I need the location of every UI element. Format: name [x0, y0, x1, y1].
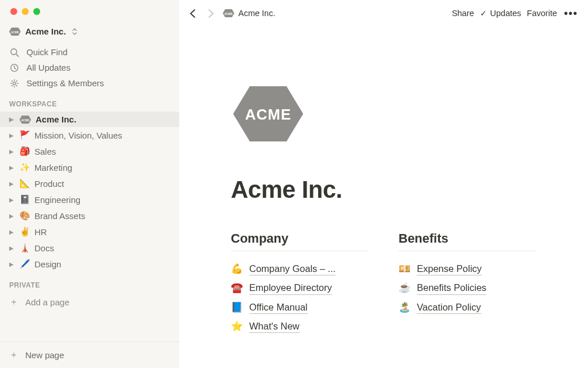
disclosure-triangle-icon[interactable]: ▶: [9, 245, 15, 251]
topbar: ACME Acme Inc. Share ✓ Updates Favorite …: [179, 0, 588, 26]
page-label: Product: [34, 179, 64, 189]
page-label: HR: [34, 227, 47, 237]
link-label: Office Manual: [249, 301, 308, 314]
new-page-label: New page: [25, 350, 64, 360]
disclosure-triangle-icon[interactable]: ▶: [9, 148, 15, 155]
sidebar-page-item[interactable]: ▶🚩Mission, Vision, Values: [0, 127, 179, 143]
content-column: Company💪Company Goals – ...☎️Employee Di…: [231, 231, 369, 336]
gear-icon: [9, 79, 20, 88]
updates-button[interactable]: ✓ Updates: [480, 9, 521, 18]
new-page-button[interactable]: ＋ New page: [0, 342, 179, 368]
plus-icon: ＋: [9, 296, 18, 308]
chevron-updown-icon: [72, 28, 78, 36]
favorite-button[interactable]: Favorite: [527, 9, 557, 18]
disclosure-triangle-icon[interactable]: ▶: [9, 116, 15, 122]
sidebar-page-item[interactable]: ▶🎨Brand Assets: [0, 208, 179, 224]
page-emoji-icon: 🗼: [20, 243, 30, 253]
link-label: Vacation Policy: [417, 301, 481, 314]
page-label: Marketing: [34, 163, 72, 172]
page-label: Mission, Vision, Values: [34, 131, 122, 140]
page-emoji-icon: 🎨: [20, 210, 30, 221]
page-label: Brand Assets: [34, 211, 85, 221]
workspace-section-label: WORKSPACE: [0, 91, 179, 112]
content-column: Benefits💴Expense Policy☕Benefits Policie…: [399, 231, 536, 336]
page-link[interactable]: ☎️Employee Directory: [231, 278, 369, 297]
svg-text:ACME: ACME: [21, 118, 30, 121]
workspace-switcher[interactable]: ACME Acme Inc.: [0, 25, 179, 44]
window-close-button[interactable]: [10, 8, 17, 15]
svg-point-5: [13, 82, 16, 84]
link-emoji-icon: 📘: [231, 301, 243, 313]
disclosure-triangle-icon[interactable]: ▶: [9, 213, 15, 219]
disclosure-triangle-icon[interactable]: ▶: [9, 197, 15, 203]
workspace-icon: ACME: [9, 28, 21, 36]
window-minimize-button[interactable]: [22, 8, 29, 15]
nav-back-button[interactable]: [188, 9, 200, 18]
page-icon[interactable]: ACME: [231, 84, 536, 144]
disclosure-triangle-icon[interactable]: ▶: [9, 229, 15, 235]
link-label: Expense Policy: [417, 262, 482, 275]
content-columns: Company💪Company Goals – ...☎️Employee Di…: [231, 231, 536, 336]
sidebar-page-item[interactable]: ▶📓Engineering: [0, 191, 179, 208]
all-updates[interactable]: All Updates: [0, 60, 179, 75]
disclosure-triangle-icon[interactable]: ▶: [9, 164, 15, 171]
updates-label: Updates: [490, 9, 521, 18]
window-zoom-button[interactable]: [33, 8, 40, 15]
column-heading[interactable]: Company: [231, 231, 369, 251]
page-label: Acme Inc.: [36, 114, 76, 124]
page-label: Engineering: [34, 195, 80, 205]
link-emoji-icon: 🏝️: [399, 301, 411, 313]
link-label: Employee Directory: [249, 281, 332, 294]
sidebar-page-item[interactable]: ▶🖊️Design: [0, 256, 179, 272]
sidebar-page-item[interactable]: ▶🎒Sales: [0, 143, 179, 159]
disclosure-triangle-icon[interactable]: ▶: [9, 181, 15, 187]
link-emoji-icon: ☕: [399, 282, 411, 294]
page-tree: ▶ACMEAcme Inc.▶🚩Mission, Vision, Values▶…: [0, 112, 179, 272]
disclosure-triangle-icon[interactable]: ▶: [9, 261, 15, 267]
quick-find[interactable]: Quick Find: [0, 44, 179, 60]
nav-forward-button[interactable]: [206, 9, 217, 18]
link-emoji-icon: ☎️: [231, 282, 243, 294]
page-emoji-icon: 🖊️: [20, 259, 30, 269]
share-button[interactable]: Share: [452, 9, 474, 18]
plus-icon: ＋: [9, 349, 18, 361]
sidebar-page-item[interactable]: ▶ACMEAcme Inc.: [0, 112, 179, 127]
quick-find-label: Quick Find: [26, 47, 68, 57]
more-menu-button[interactable]: •••: [563, 7, 579, 20]
settings-members[interactable]: Settings & Members: [0, 75, 179, 91]
page-emoji-icon: 📐: [20, 178, 30, 189]
page-link[interactable]: ☕Benefits Policies: [399, 278, 536, 297]
page-title[interactable]: Acme Inc.: [231, 176, 536, 204]
link-label: Company Goals – ...: [249, 262, 335, 275]
page-emoji-icon: ✨: [20, 162, 30, 172]
sidebar-page-item[interactable]: ▶📐Product: [0, 175, 179, 191]
private-section-label: PRIVATE: [0, 272, 179, 293]
breadcrumb[interactable]: ACME Acme Inc.: [223, 9, 275, 18]
page-label: Sales: [34, 147, 56, 156]
page-content: ACME Acme Inc. Company💪Company Goals – .…: [179, 26, 588, 336]
breadcrumb-icon: ACME: [223, 9, 234, 17]
window-controls: [0, 0, 179, 25]
sidebar-page-item[interactable]: ▶✌️HR: [0, 224, 179, 240]
page-link[interactable]: 📘Office Manual: [231, 298, 369, 317]
disclosure-triangle-icon[interactable]: ▶: [9, 132, 15, 139]
page-link[interactable]: 🏝️Vacation Policy: [399, 298, 536, 317]
link-emoji-icon: 💪: [231, 263, 243, 275]
add-private-page[interactable]: ＋ Add a page: [0, 293, 179, 312]
page-link[interactable]: 💪Company Goals – ...: [231, 259, 369, 278]
sidebar-page-item[interactable]: ▶🗼Docs: [0, 240, 179, 256]
svg-text:ACME: ACME: [11, 30, 20, 33]
page-emoji-icon: ✌️: [20, 227, 30, 237]
sidebar-page-item[interactable]: ▶✨Marketing: [0, 159, 179, 175]
page-emoji-icon: 🎒: [20, 146, 30, 156]
column-heading[interactable]: Benefits: [399, 231, 536, 251]
page-link[interactable]: ⭐What's New: [231, 317, 369, 336]
page-emoji-icon: 🚩: [20, 130, 30, 140]
breadcrumb-label: Acme Inc.: [238, 9, 275, 18]
page-link[interactable]: 💴Expense Policy: [399, 259, 536, 278]
search-icon: [9, 48, 20, 57]
workspace-name: Acme Inc.: [25, 26, 66, 36]
page-emoji-icon: 📓: [20, 194, 30, 205]
link-label: Benefits Policies: [417, 281, 486, 294]
link-label: What's New: [249, 320, 300, 333]
